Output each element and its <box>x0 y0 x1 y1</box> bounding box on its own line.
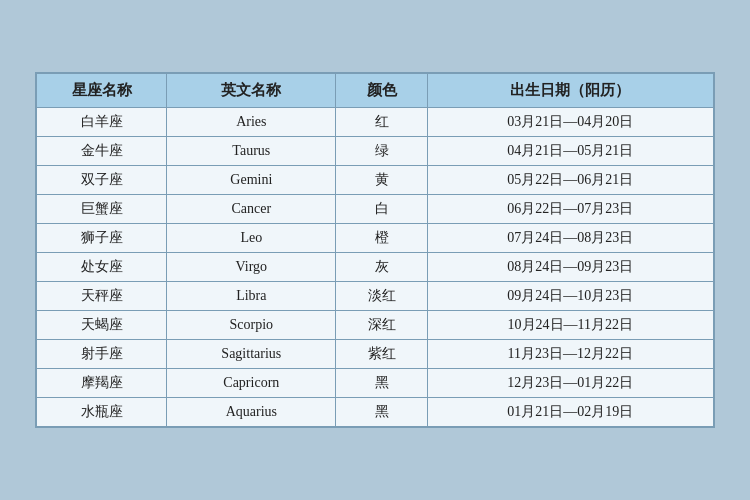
cell-dates: 10月24日—11月22日 <box>427 311 713 340</box>
table-row: 天秤座Libra淡红09月24日—10月23日 <box>37 282 714 311</box>
cell-chinese-name: 天蝎座 <box>37 311 167 340</box>
cell-color: 橙 <box>336 224 427 253</box>
table-header-row: 星座名称 英文名称 颜色 出生日期（阳历） <box>37 74 714 108</box>
cell-color: 深红 <box>336 311 427 340</box>
zodiac-table: 星座名称 英文名称 颜色 出生日期（阳历） 白羊座Aries红03月21日—04… <box>36 73 714 427</box>
table-row: 双子座Gemini黄05月22日—06月21日 <box>37 166 714 195</box>
cell-color: 白 <box>336 195 427 224</box>
cell-dates: 11月23日—12月22日 <box>427 340 713 369</box>
cell-chinese-name: 水瓶座 <box>37 398 167 427</box>
cell-color: 红 <box>336 108 427 137</box>
header-birth-date: 出生日期（阳历） <box>427 74 713 108</box>
cell-chinese-name: 巨蟹座 <box>37 195 167 224</box>
cell-color: 绿 <box>336 137 427 166</box>
cell-color: 黄 <box>336 166 427 195</box>
table-row: 水瓶座Aquarius黑01月21日—02月19日 <box>37 398 714 427</box>
cell-english-name: Capricorn <box>167 369 336 398</box>
cell-chinese-name: 白羊座 <box>37 108 167 137</box>
cell-chinese-name: 狮子座 <box>37 224 167 253</box>
header-color: 颜色 <box>336 74 427 108</box>
table-row: 狮子座Leo橙07月24日—08月23日 <box>37 224 714 253</box>
cell-color: 黑 <box>336 398 427 427</box>
table-row: 金牛座Taurus绿04月21日—05月21日 <box>37 137 714 166</box>
cell-english-name: Scorpio <box>167 311 336 340</box>
table-body: 白羊座Aries红03月21日—04月20日金牛座Taurus绿04月21日—0… <box>37 108 714 427</box>
cell-english-name: Cancer <box>167 195 336 224</box>
cell-color: 灰 <box>336 253 427 282</box>
cell-dates: 06月22日—07月23日 <box>427 195 713 224</box>
cell-chinese-name: 天秤座 <box>37 282 167 311</box>
table-row: 巨蟹座Cancer白06月22日—07月23日 <box>37 195 714 224</box>
cell-english-name: Virgo <box>167 253 336 282</box>
cell-chinese-name: 处女座 <box>37 253 167 282</box>
cell-chinese-name: 摩羯座 <box>37 369 167 398</box>
cell-english-name: Aquarius <box>167 398 336 427</box>
cell-english-name: Aries <box>167 108 336 137</box>
cell-chinese-name: 射手座 <box>37 340 167 369</box>
cell-dates: 07月24日—08月23日 <box>427 224 713 253</box>
cell-color: 紫红 <box>336 340 427 369</box>
cell-english-name: Taurus <box>167 137 336 166</box>
header-english-name: 英文名称 <box>167 74 336 108</box>
cell-dates: 08月24日—09月23日 <box>427 253 713 282</box>
zodiac-table-container: 星座名称 英文名称 颜色 出生日期（阳历） 白羊座Aries红03月21日—04… <box>35 72 715 428</box>
header-chinese-name: 星座名称 <box>37 74 167 108</box>
cell-english-name: Libra <box>167 282 336 311</box>
cell-color: 淡红 <box>336 282 427 311</box>
table-row: 摩羯座Capricorn黑12月23日—01月22日 <box>37 369 714 398</box>
table-row: 处女座Virgo灰08月24日—09月23日 <box>37 253 714 282</box>
table-row: 天蝎座Scorpio深红10月24日—11月22日 <box>37 311 714 340</box>
cell-english-name: Gemini <box>167 166 336 195</box>
cell-dates: 04月21日—05月21日 <box>427 137 713 166</box>
cell-chinese-name: 双子座 <box>37 166 167 195</box>
cell-english-name: Sagittarius <box>167 340 336 369</box>
cell-english-name: Leo <box>167 224 336 253</box>
cell-dates: 05月22日—06月21日 <box>427 166 713 195</box>
cell-dates: 03月21日—04月20日 <box>427 108 713 137</box>
cell-dates: 01月21日—02月19日 <box>427 398 713 427</box>
table-row: 射手座Sagittarius紫红11月23日—12月22日 <box>37 340 714 369</box>
cell-dates: 09月24日—10月23日 <box>427 282 713 311</box>
cell-color: 黑 <box>336 369 427 398</box>
cell-dates: 12月23日—01月22日 <box>427 369 713 398</box>
cell-chinese-name: 金牛座 <box>37 137 167 166</box>
table-row: 白羊座Aries红03月21日—04月20日 <box>37 108 714 137</box>
